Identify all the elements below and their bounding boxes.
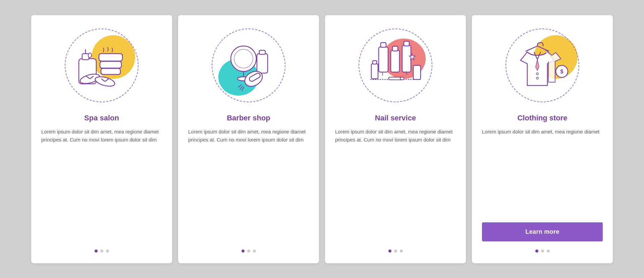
card-nail: Nail service Lorem ipsum dolor sit dim a… [325, 15, 466, 263]
clothing-dots [535, 249, 550, 253]
card-barber: Barber shop Lorem ipsum dolor sit dim am… [178, 15, 319, 263]
nail-dots [388, 249, 403, 253]
svg-rect-5 [100, 61, 121, 68]
dot-2 [541, 249, 544, 253]
clothing-icon: $ [512, 35, 573, 96]
clothing-text: Lorem ipsum dolor sit dim amet, mea regi… [482, 128, 603, 217]
barber-title: Barber shop [227, 114, 270, 122]
svg-point-3 [88, 53, 92, 58]
svg-rect-29 [404, 41, 409, 46]
dot-1 [241, 249, 245, 253]
svg-rect-26 [391, 50, 399, 72]
barber-text: Lorem ipsum dolor sit dim amet, mea regi… [188, 128, 309, 241]
spa-icon [71, 35, 132, 96]
nail-icon [365, 35, 426, 96]
dot-1 [388, 249, 391, 253]
dot-3 [106, 249, 109, 253]
svg-rect-18 [259, 50, 265, 54]
svg-line-22 [240, 86, 243, 90]
svg-line-23 [242, 87, 244, 91]
nail-icon-area [355, 25, 436, 106]
barber-icon-area [208, 25, 289, 106]
spa-title: Spa salon [84, 114, 119, 122]
card-spa: Spa salon Lorem ipsum dolor sit dim amet… [31, 15, 172, 263]
svg-point-35 [400, 77, 404, 80]
svg-rect-27 [392, 46, 398, 51]
spa-text: Lorem ipsum dolor sit dim amet, mea regi… [41, 128, 162, 241]
svg-rect-30 [371, 64, 378, 79]
barber-icon [218, 35, 279, 96]
svg-point-14 [234, 49, 253, 68]
barber-dots [241, 249, 256, 253]
spa-dots [95, 249, 109, 253]
card-clothing: $ Clothing store Lorem ipsum dolor sit d… [472, 15, 613, 263]
svg-rect-28 [402, 45, 411, 72]
learn-more-button[interactable]: Learn more [482, 222, 603, 241]
dot-3 [400, 249, 403, 253]
svg-rect-32 [413, 65, 421, 79]
svg-rect-25 [381, 43, 386, 47]
svg-text:$: $ [560, 69, 564, 74]
dot-3 [253, 249, 256, 253]
nail-title: Nail service [375, 114, 416, 122]
svg-line-21 [238, 85, 241, 87]
clothing-icon-area: $ [502, 25, 583, 106]
nail-text: Lorem ipsum dolor sit dim amet, mea regi… [335, 128, 456, 241]
dot-1 [535, 249, 538, 253]
cards-container: Spa salon Lorem ipsum dolor sit dim amet… [21, 5, 623, 273]
dot-2 [100, 249, 103, 253]
svg-rect-31 [373, 61, 377, 64]
svg-rect-6 [101, 68, 120, 74]
dot-3 [547, 249, 550, 253]
spa-icon-area [61, 25, 142, 106]
dot-1 [95, 249, 98, 253]
svg-point-36 [536, 73, 538, 75]
clothing-title: Clothing store [517, 114, 567, 122]
dot-2 [247, 249, 250, 253]
svg-rect-4 [99, 54, 122, 61]
svg-rect-24 [379, 47, 388, 72]
svg-rect-17 [257, 54, 268, 73]
svg-rect-1 [82, 54, 89, 60]
dot-2 [394, 249, 397, 253]
svg-point-37 [536, 77, 538, 79]
